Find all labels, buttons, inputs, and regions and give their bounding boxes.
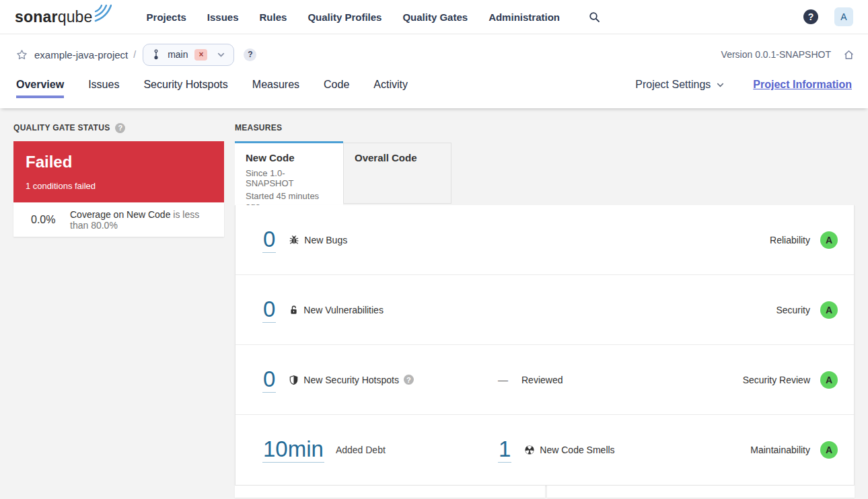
measures-panel: MEASURES New Code Since 1.0-SNAPSHOT Sta…	[235, 123, 855, 498]
security-rating-badge[interactable]: A	[820, 301, 838, 319]
nav-item-administration[interactable]: Administration	[489, 11, 560, 23]
new-code-tab-label: New Code	[246, 152, 332, 163]
failed-condition-row[interactable]: 0.0% Coverage on New Code is less than 8…	[13, 202, 224, 237]
branch-failed-badge[interactable]: ×	[194, 49, 207, 61]
shield-icon	[289, 375, 299, 385]
new-security-hotspots-count[interactable]: 0	[262, 367, 276, 393]
nav-item-quality-gates[interactable]: Quality Gates	[402, 11, 468, 23]
tab-overview[interactable]: Overview	[16, 79, 64, 98]
measure-row-right: Security A	[776, 301, 838, 319]
version-label: Version 0.0.1-SNAPSHOT	[721, 49, 831, 60]
quality-gate-panel: QUALITY GATE STATUS ? Failed 1 condition…	[13, 123, 224, 498]
lock-icon	[289, 305, 299, 315]
breadcrumb: example-java-project / main × ? Version …	[0, 34, 868, 69]
chevron-down-icon	[716, 81, 725, 89]
quality-gate-title-row: QUALITY GATE STATUS ?	[13, 123, 224, 132]
nav-item-rules[interactable]: Rules	[260, 11, 287, 23]
reviewed-label: Reviewed	[521, 375, 563, 385]
sonar-waves-icon	[94, 4, 112, 25]
added-debt-label: Added Debt	[336, 445, 386, 455]
maintainability-label: Maintainability	[750, 445, 810, 455]
new-vulnerabilities-count[interactable]: 0	[262, 297, 276, 323]
tab-measures[interactable]: Measures	[252, 79, 299, 98]
tab-security-hotspots[interactable]: Security Hotspots	[143, 79, 227, 98]
measure-row-reliability: 0 New Bugs	[236, 205, 854, 275]
security-label: Security	[776, 305, 810, 315]
main-navigation: Projects Issues Rules Quality Profiles Q…	[147, 11, 581, 23]
tab-overall-code[interactable]: Overall Code	[343, 143, 451, 204]
sonarqube-logo[interactable]: sonarqube	[15, 7, 112, 27]
top-navbar: sonarqube Projects Issues Rules Quality …	[0, 0, 868, 34]
favorite-star-icon[interactable]	[16, 49, 28, 61]
quality-gate-help-icon[interactable]: ?	[115, 123, 125, 133]
logo-text: sonarqube	[15, 7, 93, 27]
condition-text: Coverage on New Code is less than 80.0%	[70, 209, 211, 231]
nav-item-issues[interactable]: Issues	[207, 11, 239, 23]
chevron-down-icon	[217, 50, 225, 59]
search-icon[interactable]	[589, 11, 600, 23]
project-settings-label: Project Settings	[635, 79, 711, 91]
quality-gate-status: Failed	[26, 153, 212, 171]
maintainability-rating-badge[interactable]: A	[820, 441, 838, 459]
branch-help-icon[interactable]: ?	[244, 48, 256, 61]
measures-title: MEASURES	[235, 123, 282, 132]
measure-row-left: 0 New Security Hotspots ?	[262, 367, 498, 393]
measures-title-row: MEASURES	[235, 123, 855, 132]
measure-row-left: 0 New Vulnerabilities	[262, 297, 498, 323]
coverage-card-partial	[235, 486, 545, 498]
reviewed-group: — Reviewed	[498, 374, 563, 385]
nav-item-projects[interactable]: Projects	[147, 11, 186, 23]
tab-issues[interactable]: Issues	[88, 79, 119, 98]
reliability-label: Reliability	[770, 235, 810, 245]
new-security-hotspots-label: New Security Hotspots	[303, 375, 399, 385]
project-header: example-java-project / main × ? Version …	[0, 34, 868, 108]
added-debt-value[interactable]: 10min	[262, 437, 324, 463]
home-icon[interactable]	[843, 49, 855, 61]
security-review-label: Security Review	[743, 375, 810, 385]
code-smells-group: 1 New Code Smells	[498, 437, 615, 463]
hotspots-help-icon[interactable]: ?	[404, 375, 414, 385]
code-smell-icon	[524, 445, 535, 455]
project-information-link[interactable]: Project Information	[753, 79, 852, 91]
avatar[interactable]: A	[834, 7, 853, 26]
nav-item-quality-profiles[interactable]: Quality Profiles	[308, 11, 382, 23]
logo-text-qube: qube	[58, 8, 93, 26]
measure-row-left: 0 New Bugs	[262, 227, 498, 253]
tab-new-code[interactable]: New Code Since 1.0-SNAPSHOT Started 45 m…	[235, 141, 343, 205]
security-review-rating-badge[interactable]: A	[820, 371, 838, 389]
overview-content: QUALITY GATE STATUS ? Failed 1 condition…	[0, 108, 868, 498]
project-settings-menu[interactable]: Project Settings	[635, 79, 725, 91]
duplications-card-partial	[547, 486, 855, 498]
measures-card: 0 New Bugs	[235, 205, 855, 486]
tab-code[interactable]: Code	[324, 79, 349, 98]
new-code-smells-count[interactable]: 1	[498, 437, 511, 463]
measure-row-left: 10min Added Debt	[262, 437, 498, 463]
new-bugs-count[interactable]: 0	[262, 227, 276, 253]
help-icon[interactable]: ?	[803, 9, 818, 24]
next-section-partial	[235, 486, 855, 498]
reliability-rating-badge[interactable]: A	[820, 231, 838, 249]
bug-icon	[289, 235, 299, 245]
reviewed-dash: —	[498, 374, 507, 385]
condition-value: 0.0%	[31, 214, 70, 226]
measure-row-security-review: 0 New Security Hotspots ? — Reviewed	[236, 345, 854, 415]
new-bugs-label: New Bugs	[304, 235, 347, 245]
breadcrumb-project-name[interactable]: example-java-project	[34, 49, 128, 61]
quality-gate-conditions-summary: 1 conditions failed	[26, 181, 212, 191]
measure-row-right: Reliability A	[770, 231, 838, 249]
project-tabs: Overview Issues Security Hotspots Measur…	[0, 69, 868, 108]
branch-name: main	[168, 49, 188, 60]
logo-text-sonar: sonar	[15, 8, 58, 26]
overall-code-tab-label: Overall Code	[355, 152, 440, 163]
tab-activity[interactable]: Activity	[373, 79, 408, 98]
condition-metric-link[interactable]: Coverage on New Code	[70, 209, 170, 220]
quality-gate-status-banner: Failed 1 conditions failed	[13, 141, 224, 202]
new-code-smells-label: New Code Smells	[540, 445, 614, 455]
measure-row-right: Security Review A	[743, 371, 838, 389]
measure-row-maintainability: 10min Added Debt 1 New Code S	[236, 415, 854, 485]
breadcrumb-separator: /	[133, 49, 136, 60]
branch-selector[interactable]: main ×	[143, 44, 234, 66]
new-code-since: Since 1.0-SNAPSHOT	[246, 168, 332, 188]
measure-row-security: 0 New Vulnerabilities Security A	[236, 275, 854, 345]
new-vulnerabilities-label: New Vulnerabilities	[303, 305, 384, 315]
